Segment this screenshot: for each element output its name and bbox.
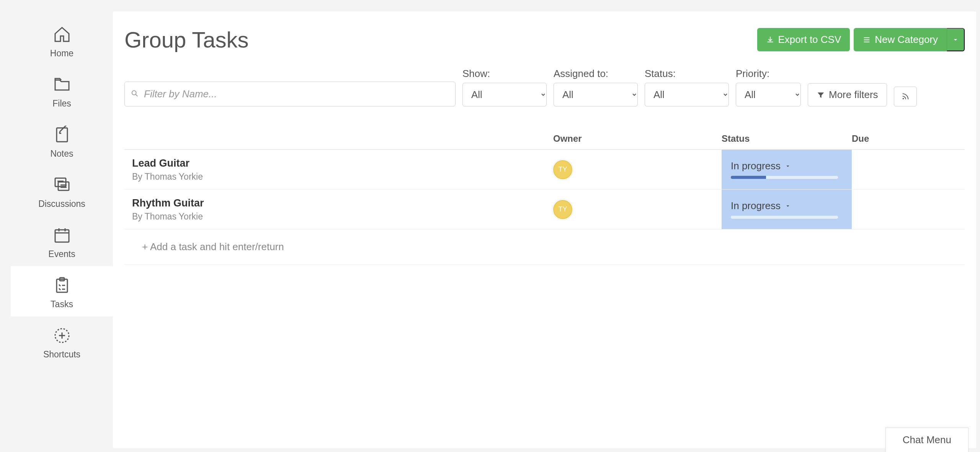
sidebar-item-label: Discussions bbox=[38, 199, 85, 209]
status-cell: In progress bbox=[722, 150, 852, 189]
priority-select[interactable]: All bbox=[736, 83, 801, 106]
task-byline: By Thomas Yorkie bbox=[132, 172, 553, 182]
status-dropdown[interactable]: In progress bbox=[731, 160, 843, 172]
status-label: In progress bbox=[731, 160, 781, 172]
sidebar: Home Files Notes Discussions Events bbox=[0, 11, 113, 452]
svg-rect-6 bbox=[55, 230, 69, 242]
new-category-split: New Category bbox=[854, 28, 965, 51]
due-cell bbox=[852, 150, 965, 189]
home-icon bbox=[51, 24, 73, 45]
sidebar-item-files[interactable]: Files bbox=[11, 66, 113, 116]
svg-point-28 bbox=[902, 98, 904, 100]
assigned-filter-label: Assigned to: bbox=[554, 68, 638, 80]
task-table: Owner Status Due Lead Guitar By Thomas Y… bbox=[124, 133, 965, 265]
folder-icon bbox=[51, 74, 73, 95]
chat-icon bbox=[51, 174, 73, 196]
sidebar-item-events[interactable]: Events bbox=[11, 216, 113, 266]
sidebar-item-home[interactable]: Home bbox=[11, 15, 113, 66]
rss-button[interactable] bbox=[894, 87, 917, 106]
filters-row: Show: All Assigned to: All Status: All P… bbox=[124, 68, 965, 106]
show-select[interactable]: All bbox=[462, 83, 547, 106]
sidebar-item-tasks[interactable]: Tasks bbox=[11, 266, 113, 316]
due-cell bbox=[852, 190, 965, 229]
show-filter-group: Show: All bbox=[462, 68, 547, 106]
progress-fill bbox=[731, 176, 766, 179]
sidebar-item-label: Shortcuts bbox=[43, 349, 80, 360]
task-title: Rhythm Guitar bbox=[132, 197, 553, 209]
caret-down-icon bbox=[952, 37, 959, 43]
sidebar-item-label: Tasks bbox=[51, 299, 73, 310]
new-category-label: New Category bbox=[875, 34, 938, 46]
export-csv-button[interactable]: Export to CSV bbox=[757, 28, 850, 51]
status-cell: In progress bbox=[722, 190, 852, 229]
caret-down-icon bbox=[785, 203, 791, 209]
more-filters-button[interactable]: More filters bbox=[808, 83, 887, 106]
funnel-icon bbox=[817, 91, 825, 99]
page-title: Group Tasks bbox=[124, 27, 249, 52]
avatar[interactable]: TY bbox=[553, 200, 572, 219]
table-row[interactable]: Lead Guitar By Thomas Yorkie TY In progr… bbox=[124, 150, 965, 190]
caret-down-icon bbox=[785, 164, 791, 169]
sidebar-item-shortcuts[interactable]: Shortcuts bbox=[11, 316, 113, 367]
filter-input-wrap bbox=[124, 82, 456, 106]
page-header: Group Tasks Export to CSV New Category bbox=[124, 27, 965, 52]
progress-bar bbox=[731, 216, 838, 219]
main-content: Group Tasks Export to CSV New Category bbox=[113, 11, 976, 448]
sidebar-item-label: Files bbox=[52, 98, 71, 109]
assigned-filter-group: Assigned to: All bbox=[554, 68, 638, 106]
status-select[interactable]: All bbox=[645, 83, 729, 106]
calendar-icon bbox=[51, 224, 73, 246]
priority-filter-label: Priority: bbox=[736, 68, 801, 80]
list-icon bbox=[862, 36, 871, 44]
status-dropdown[interactable]: In progress bbox=[731, 200, 843, 212]
sidebar-item-discussions[interactable]: Discussions bbox=[11, 166, 113, 216]
clipboard-icon bbox=[51, 275, 73, 296]
more-filters-label: More filters bbox=[829, 89, 878, 101]
priority-filter-group: Priority: All bbox=[736, 68, 801, 106]
new-category-dropdown[interactable] bbox=[947, 28, 965, 51]
status-filter-label: Status: bbox=[645, 68, 729, 80]
new-category-button[interactable]: New Category bbox=[854, 28, 947, 51]
col-header-title bbox=[124, 133, 553, 144]
sidebar-item-label: Home bbox=[50, 48, 74, 59]
sidebar-item-label: Notes bbox=[50, 149, 73, 159]
download-icon bbox=[766, 36, 774, 44]
table-row[interactable]: Rhythm Guitar By Thomas Yorkie TY In pro… bbox=[124, 190, 965, 229]
rss-icon bbox=[901, 92, 910, 101]
svg-point-26 bbox=[132, 90, 136, 95]
export-csv-label: Export to CSV bbox=[778, 34, 841, 46]
status-filter-group: Status: All bbox=[645, 68, 729, 106]
status-label: In progress bbox=[731, 200, 781, 212]
add-task-input[interactable]: + Add a task and hit enter/return bbox=[124, 229, 965, 265]
task-title-cell: Lead Guitar By Thomas Yorkie bbox=[124, 150, 553, 189]
owner-cell: TY bbox=[553, 150, 722, 189]
show-filter-label: Show: bbox=[462, 68, 547, 80]
table-header: Owner Status Due bbox=[124, 133, 965, 150]
assigned-select[interactable]: All bbox=[554, 83, 638, 106]
owner-cell: TY bbox=[553, 190, 722, 229]
header-buttons: Export to CSV New Category bbox=[757, 28, 965, 51]
sidebar-item-label: Events bbox=[48, 249, 75, 259]
col-header-owner: Owner bbox=[553, 133, 722, 144]
col-header-status: Status bbox=[722, 133, 852, 144]
task-title-cell: Rhythm Guitar By Thomas Yorkie bbox=[124, 190, 553, 229]
task-title: Lead Guitar bbox=[132, 157, 553, 169]
col-header-due: Due bbox=[852, 133, 965, 144]
search-icon bbox=[131, 89, 139, 99]
note-icon bbox=[51, 124, 73, 146]
chat-menu-button[interactable]: Chat Menu bbox=[885, 427, 969, 452]
svg-line-27 bbox=[136, 94, 138, 96]
progress-bar bbox=[731, 176, 838, 179]
plus-circle-icon bbox=[51, 325, 73, 346]
sidebar-item-notes[interactable]: Notes bbox=[11, 116, 113, 166]
filter-name-input[interactable] bbox=[124, 82, 456, 106]
task-byline: By Thomas Yorkie bbox=[132, 211, 553, 222]
avatar[interactable]: TY bbox=[553, 160, 572, 179]
